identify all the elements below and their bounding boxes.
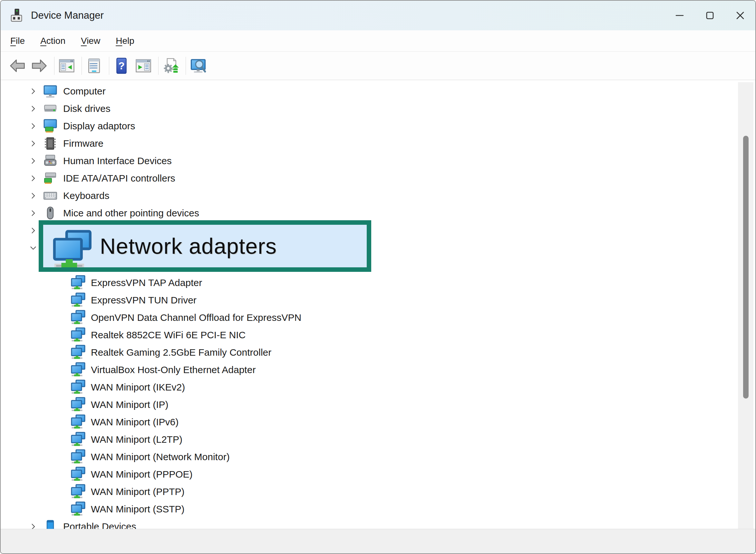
tree-item-realtek-8852ce-wifi-6e-pci-e-nic[interactable]: Realtek 8852CE WiFi 6E PCI-E NIC (1, 326, 737, 344)
tree-item-label: OpenVPN Data Channel Offload for Express… (91, 312, 301, 323)
back-button[interactable] (8, 55, 27, 77)
network-device-icon (70, 345, 86, 360)
tree-item-label: ExpressVPN TUN Driver (91, 295, 197, 306)
tree-item-keyboards[interactable]: Keyboards (1, 187, 737, 205)
title-bar: Device Manager (1, 1, 755, 30)
tree-item-label: WAN Miniport (Network Monitor) (91, 451, 230, 462)
network-adapters-highlight-overlay[interactable]: Network adapters (39, 220, 371, 272)
tree-item-portable-devices[interactable]: Portable Devices (1, 518, 737, 529)
disk-device-icon (43, 101, 58, 116)
network-device-icon (70, 397, 86, 412)
tree-item-expressvpn-tap-adapter[interactable]: ExpressVPN TAP Adapter (1, 274, 737, 291)
menu-item-help[interactable]: Help (116, 36, 134, 46)
tree-item-firmware[interactable]: Firmware (1, 135, 737, 152)
maximize-button[interactable] (695, 1, 725, 30)
hid-device-icon (43, 153, 58, 169)
device-manager-window: Device Manager File Action View Help (0, 0, 756, 554)
tree-item-label: WAN Miniport (PPPOE) (91, 469, 193, 480)
menu-item-view[interactable]: View (81, 36, 100, 46)
tree-item-wan-miniport-ip[interactable]: WAN Miniport (IP) (1, 396, 737, 413)
tree-item-label: IDE ATA/ATAPI controllers (63, 173, 175, 184)
network-device-icon (70, 380, 86, 395)
expander-chevron-icon[interactable] (28, 243, 38, 253)
tree-item-label: WAN Miniport (IP) (91, 399, 169, 410)
show-action-pane-icon (135, 57, 152, 74)
help-button[interactable] (112, 55, 131, 77)
screenshot-root: Device Manager File Action View Help (0, 0, 756, 554)
tree-item-label: ExpressVPN TAP Adapter (91, 277, 202, 288)
tree-item-wan-miniport-network-monitor[interactable]: WAN Miniport (Network Monitor) (1, 448, 737, 466)
show-console-tree-button[interactable] (57, 55, 76, 77)
vertical-scrollbar-track[interactable] (738, 82, 753, 529)
show-console-tree-icon (58, 57, 75, 74)
expander-chevron-icon[interactable] (28, 208, 38, 218)
tree-item-wan-miniport-ikev2[interactable]: WAN Miniport (IKEv2) (1, 379, 737, 396)
expander-chevron-icon[interactable] (28, 156, 38, 166)
portable-device-icon (43, 519, 58, 529)
tree-item-label: WAN Miniport (IKEv2) (91, 382, 185, 393)
network-device-icon (70, 275, 86, 290)
toolbar-separator (54, 57, 55, 75)
tree-item-label: Keyboards (63, 190, 109, 201)
device-search-button[interactable] (189, 55, 208, 77)
back-icon (9, 57, 26, 74)
menu-item-file[interactable]: File (10, 36, 25, 46)
tree-item-label: Realtek Gaming 2.5GbE Family Controller (91, 347, 271, 358)
tree-item-label: WAN Miniport (SSTP) (91, 504, 185, 515)
tree-item-mice-and-other-pointing-devices[interactable]: Mice and other pointing devices (1, 205, 737, 222)
expander-chevron-icon[interactable] (28, 138, 38, 148)
network-device-icon (70, 362, 86, 378)
tree-item-human-interface-devices[interactable]: Human Interface Devices (1, 152, 737, 170)
tree-item-label: Display adaptors (63, 121, 135, 131)
tree-item-label: Disk drives (63, 103, 111, 114)
tree-item-wan-miniport-pppoe[interactable]: WAN Miniport (PPPOE) (1, 466, 737, 483)
network-device-icon (70, 432, 86, 447)
tree-item-label: Portable Devices (63, 521, 136, 529)
device-manager-app-icon (10, 8, 24, 23)
ide-device-icon (43, 171, 58, 186)
expander-chevron-icon[interactable] (28, 522, 38, 529)
network-device-icon (70, 466, 86, 482)
close-button[interactable] (725, 1, 755, 30)
expander-chevron-icon[interactable] (28, 173, 38, 183)
tree-item-realtek-gaming-2-5gbe-family-controller[interactable]: Realtek Gaming 2.5GbE Family Controller (1, 344, 737, 361)
computer-device-icon (43, 84, 58, 99)
tree-item-expressvpn-tun-driver[interactable]: ExpressVPN TUN Driver (1, 291, 737, 309)
tree-item-computer[interactable]: Computer (1, 82, 737, 100)
expander-chevron-icon[interactable] (28, 191, 38, 201)
scan-hardware-changes-icon (162, 57, 180, 74)
show-action-pane-button[interactable] (134, 55, 153, 77)
expander-chevron-icon[interactable] (28, 87, 38, 96)
toolbar-separator (81, 57, 82, 75)
tree-item-ide-ata-atapi-controllers[interactable]: IDE ATA/ATAPI controllers (1, 170, 737, 187)
menu-item-action[interactable]: Action (40, 36, 65, 46)
menu-bar: File Action View Help (1, 30, 755, 52)
expander-chevron-icon[interactable] (28, 226, 38, 235)
minimize-icon (672, 8, 687, 23)
forward-button[interactable] (29, 55, 49, 77)
tree-item-openvpn-data-channel-offload-for-expressvpn[interactable]: OpenVPN Data Channel Offload for Express… (1, 309, 737, 326)
expander-chevron-icon[interactable] (28, 121, 38, 131)
network-device-icon (70, 414, 86, 430)
expander-chevron-icon[interactable] (28, 104, 38, 113)
network-device-icon (70, 310, 86, 325)
vertical-scrollbar-thumb[interactable] (743, 136, 749, 399)
tree-item-disk-drives[interactable]: Disk drives (1, 100, 737, 117)
device-search-icon (189, 57, 207, 74)
properties-button[interactable] (84, 55, 104, 77)
tree-item-wan-miniport-ipv6[interactable]: WAN Miniport (IPv6) (1, 413, 737, 431)
tree-item-display-adaptors[interactable]: Display adaptors (1, 117, 737, 135)
status-bar (1, 529, 755, 553)
minimize-button[interactable] (665, 1, 695, 30)
network-adapter-icon (51, 230, 93, 271)
close-icon (733, 8, 748, 23)
tree-item-virtualbox-host-only-ethernet-adapter[interactable]: VirtualBox Host-Only Ethernet Adapter (1, 361, 737, 379)
tree-item-wan-miniport-sstp[interactable]: WAN Miniport (SSTP) (1, 500, 737, 518)
tree-item-wan-miniport-l2tp[interactable]: WAN Miniport (L2TP) (1, 431, 737, 448)
toolbar-separator (186, 57, 186, 75)
toolbar-separator (158, 57, 159, 75)
tree-item-wan-miniport-pptp[interactable]: WAN Miniport (PPTP) (1, 483, 737, 500)
help-icon (113, 57, 130, 74)
tree-item-label: Firmware (63, 138, 104, 149)
scan-hardware-changes-button[interactable] (161, 55, 181, 77)
